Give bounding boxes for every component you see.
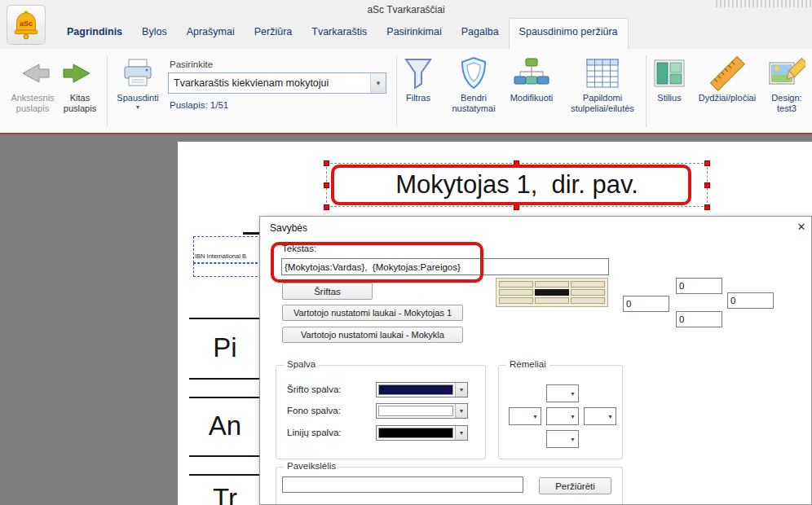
chevron-down-icon: ▾ [460, 407, 463, 415]
annotation-tekstas-highlight [271, 242, 483, 283]
extra-columns-label-1: Papildomi [583, 93, 622, 103]
align-cell[interactable] [535, 297, 569, 304]
next-page-label-2: puslapis [64, 103, 96, 114]
tab-bylos[interactable]: Bylos [132, 18, 177, 49]
print-dropdown-caret[interactable]: ▾ [136, 103, 139, 111]
picture-preview-button[interactable]: Peržiūrėti [539, 477, 611, 494]
border-right-select[interactable]: ▾ [584, 407, 616, 425]
next-page-button[interactable]: Kitas puslapis [57, 54, 103, 114]
offset-top-input[interactable] [676, 278, 722, 294]
close-button[interactable]: ✕ [795, 221, 808, 234]
corner-cell-marquee-2[interactable] [193, 263, 262, 277]
border-left-select[interactable]: ▾ [509, 407, 541, 425]
arrow-right-icon [62, 62, 98, 85]
bg-color-select[interactable]: ▾ [376, 403, 468, 419]
align-cell[interactable] [571, 281, 605, 288]
selection-handle[interactable] [324, 182, 329, 188]
selection-handle[interactable] [324, 204, 329, 210]
tab-perziura[interactable]: Peržiūra [245, 18, 302, 49]
org-chart-icon [513, 57, 550, 90]
corner-cell-label: IBN International B [195, 253, 260, 260]
next-page-label-1: Kitas [70, 93, 90, 103]
ruler-icon [708, 55, 746, 92]
print-button[interactable]: Spausdinti ▾ [111, 54, 165, 111]
funnel-icon [404, 57, 433, 90]
color-group-title: Spalva [284, 359, 319, 369]
font-color-arrow[interactable]: ▾ [455, 383, 467, 397]
select-label: Pasirinkite [170, 59, 213, 69]
selection-handle[interactable] [704, 182, 710, 188]
design-label-1: Design: [771, 93, 801, 103]
selection-handle[interactable] [514, 204, 519, 210]
border-right-arrow[interactable]: ▾ [605, 408, 616, 424]
selection-handle[interactable] [324, 160, 329, 166]
border-left-arrow[interactable]: ▾ [530, 408, 541, 424]
tab-pagrindinis[interactable]: Pagrindinis [57, 18, 132, 49]
extra-columns-label-2: stulpeliai/eilutės [571, 103, 634, 114]
offset-bottom-input[interactable] [676, 311, 722, 327]
border-top-arrow[interactable]: ▾ [567, 385, 578, 402]
style-button[interactable]: Stilius [650, 54, 689, 103]
design-button[interactable]: Design: test3 [763, 54, 810, 114]
page-indicator: Puslapis: 1/51 [170, 100, 228, 110]
general-settings-button[interactable]: Bendri nustatymai [447, 54, 501, 114]
custom-fields-school-button[interactable]: Vartotojo nustatomi laukai - Mokykla [282, 327, 463, 343]
tab-tvarkarastis[interactable]: Tvarkaraštis [302, 18, 377, 49]
asc-logo[interactable]: aSc [7, 5, 46, 45]
align-cell-selected[interactable] [535, 289, 569, 296]
border-center-select[interactable]: ▾ [546, 407, 579, 425]
sizes-button[interactable]: Dydžiai/pločiai [691, 54, 763, 103]
timetable-select[interactable]: Tvarkaraštis kiekvienam mokytojui ▾ [168, 72, 386, 94]
border-top-select[interactable]: ▾ [546, 384, 579, 402]
font-color-select[interactable]: ▾ [376, 382, 468, 397]
tab-pagalba[interactable]: Pagalba [452, 18, 509, 49]
tab-aprasymai[interactable]: Aprašymai [177, 18, 245, 49]
dialog-title: Savybės [270, 222, 307, 234]
chevron-down-icon: ▾ [608, 413, 611, 420]
sizes-label: Dydžiai/pločiai [699, 93, 756, 103]
picture-group: Paveikslėlis Peržiūrėti [276, 467, 623, 505]
align-cell[interactable] [499, 281, 533, 288]
align-cell[interactable] [499, 297, 533, 304]
line-color-swatch [378, 428, 453, 438]
bg-color-arrow[interactable]: ▾ [455, 404, 467, 418]
align-cell[interactable] [499, 289, 533, 296]
selection-handle[interactable] [704, 160, 710, 166]
filter-button[interactable]: Filtras [396, 54, 440, 103]
line-color-arrow[interactable]: ▾ [455, 426, 467, 440]
offset-right-input[interactable] [727, 292, 774, 309]
offset-left-input[interactable] [623, 296, 669, 312]
align-cell[interactable] [535, 281, 569, 288]
font-button[interactable]: Šriftas [282, 283, 373, 300]
tab-spausdinimo-perziura[interactable]: Spausdinimo peržiūra [509, 18, 629, 49]
line-color-select[interactable]: ▾ [376, 425, 468, 441]
align-cell[interactable] [571, 289, 605, 296]
chevron-down-icon: ▾ [460, 386, 463, 393]
picture-path-input[interactable] [282, 476, 523, 493]
picture-group-title: Paveikslėlis [284, 461, 339, 471]
border-center-arrow[interactable]: ▾ [567, 408, 578, 424]
table-line [189, 378, 261, 380]
bg-color-swatch [378, 406, 453, 416]
arrow-left-icon [15, 62, 51, 85]
chevron-down-icon: ▾ [533, 413, 536, 420]
timetable-select-arrow[interactable]: ▾ [370, 73, 386, 93]
day-cell-tr[interactable]: Tr [189, 474, 261, 505]
window-title: aSc Tvarkaraščiai [0, 4, 812, 15]
tab-pasirinkimai[interactable]: Pasirinkimai [377, 18, 451, 49]
prev-page-button[interactable]: Ankstesnis puslapis [3, 54, 62, 114]
day-cell-an[interactable]: An [189, 398, 261, 454]
modify-button[interactable]: Modifikuoti [503, 54, 560, 103]
general-settings-label-2: nustatymai [452, 103, 495, 114]
border-bottom-arrow[interactable]: ▾ [567, 431, 578, 447]
custom-fields-teacher-button[interactable]: Vartotojo nustatomi laukai - Mokytojas 1 [282, 305, 463, 321]
ribbon-tab-bar: Pagrindinis Bylos Aprašymai Peržiūra Tva… [0, 18, 812, 49]
extra-columns-button[interactable]: Papildomi stulpeliai/eilutės [563, 54, 642, 114]
ribbon: Ankstesnis puslapis Kitas puslapis [0, 49, 812, 133]
align-cell[interactable] [571, 297, 605, 304]
border-bottom-select[interactable]: ▾ [546, 430, 579, 448]
selection-handle[interactable] [704, 204, 710, 210]
day-cell-pi[interactable]: Pi [189, 319, 261, 376]
modify-label: Modifikuoti [510, 93, 554, 103]
general-settings-label-1: Bendri [461, 93, 487, 103]
